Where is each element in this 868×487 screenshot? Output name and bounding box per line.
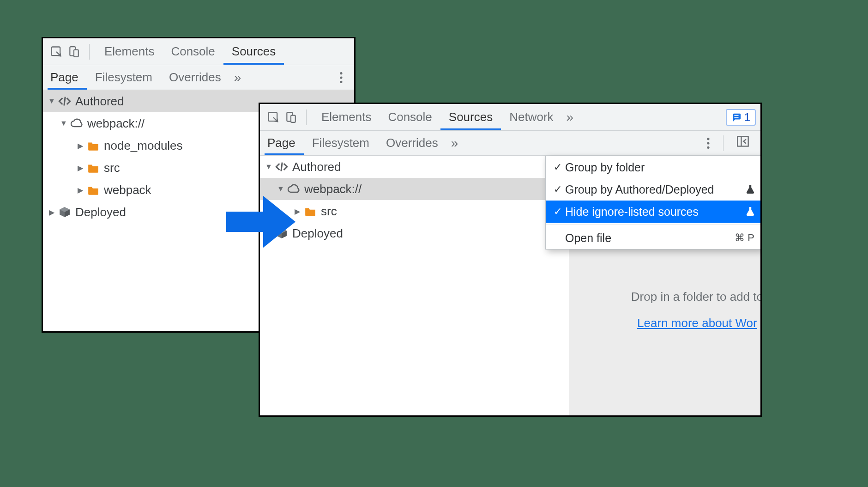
tree-label: webpack	[104, 183, 151, 197]
toolbar-divider	[89, 44, 90, 60]
tree-label: src	[104, 161, 120, 175]
svg-point-5	[340, 80, 342, 83]
main-toolbar: Elements Console Sources	[43, 38, 354, 65]
tab-sources[interactable]: Sources	[223, 38, 284, 65]
cube-icon	[57, 206, 72, 218]
device-toggle-icon[interactable]	[282, 109, 300, 126]
subtab-filesystem[interactable]: Filesystem	[87, 65, 161, 90]
code-icon	[274, 161, 289, 172]
menu-group-by-authored[interactable]: ✓ Group by Authored/Deployed	[546, 178, 762, 201]
tree-label: src	[321, 204, 337, 219]
check-icon: ✓	[551, 183, 564, 195]
more-subtabs-icon[interactable]: »	[229, 70, 246, 85]
tree-label: Deployed	[75, 205, 126, 219]
tab-console[interactable]: Console	[163, 38, 223, 65]
svg-line-17	[281, 163, 282, 171]
tree-label: webpack://	[87, 116, 145, 131]
collapse-sidebar-icon[interactable]	[730, 135, 756, 151]
menu-label: Hide ignore-listed sources	[564, 205, 742, 219]
check-icon: ✓	[551, 206, 564, 218]
tree-webpack[interactable]: webpack://	[260, 178, 569, 200]
folder-icon	[85, 140, 101, 151]
menu-open-file[interactable]: Open file ⌘ P	[546, 227, 762, 249]
tree-src[interactable]: src	[260, 200, 569, 222]
svg-rect-11	[734, 117, 738, 118]
svg-line-6	[64, 97, 65, 106]
flask-icon	[746, 183, 754, 196]
subtab-page[interactable]: Page	[265, 131, 304, 155]
main-toolbar: Elements Console Sources Network » 1	[260, 104, 760, 131]
svg-point-4	[340, 76, 342, 79]
svg-point-13	[707, 142, 709, 144]
folder-icon	[85, 163, 101, 173]
more-subtabs-icon[interactable]: »	[446, 136, 463, 151]
tree-label: webpack://	[304, 182, 362, 196]
more-tabs-icon[interactable]: »	[562, 110, 579, 125]
tab-elements[interactable]: Elements	[96, 38, 163, 65]
sources-subtabs: Page Filesystem Overrides »	[43, 65, 354, 90]
tree-authored[interactable]: Authored	[260, 156, 569, 178]
subtab-filesystem[interactable]: Filesystem	[304, 131, 378, 155]
chat-icon	[731, 112, 741, 122]
shortcut-label: ⌘ P	[735, 232, 754, 244]
menu-label: Group by Authored/Deployed	[564, 183, 742, 196]
subtab-overrides[interactable]: Overrides	[161, 65, 229, 90]
menu-label: Group by folder	[564, 161, 754, 174]
tree-label: Authored	[292, 160, 341, 174]
menu-group-by-folder[interactable]: ✓ Group by folder	[546, 156, 762, 178]
subtab-overrides[interactable]: Overrides	[378, 131, 446, 155]
tab-network[interactable]: Network	[501, 104, 561, 130]
more-options-icon[interactable]	[700, 137, 717, 150]
issues-count: 1	[744, 111, 750, 124]
menu-label: Open file	[564, 231, 735, 245]
svg-rect-10	[734, 115, 738, 116]
toolbar-divider	[306, 110, 307, 125]
svg-rect-9	[291, 115, 295, 122]
tab-sources[interactable]: Sources	[440, 104, 501, 130]
svg-point-3	[340, 72, 342, 74]
file-tree: Authored webpack:// src	[260, 156, 760, 415]
inspect-element-icon[interactable]	[265, 109, 282, 126]
workspace-hint: Drop in a folder to add to Learn more ab…	[617, 290, 762, 330]
more-options-icon[interactable]	[333, 71, 350, 84]
subtab-page[interactable]: Page	[48, 65, 87, 90]
inspect-element-icon[interactable]	[48, 43, 65, 61]
sources-subtabs: Page Filesystem Overrides »	[260, 131, 760, 156]
svg-point-12	[707, 138, 709, 140]
tab-elements[interactable]: Elements	[313, 104, 380, 130]
tree-deployed[interactable]: Deployed	[260, 222, 569, 244]
flask-icon	[746, 205, 754, 219]
check-icon: ✓	[551, 161, 564, 173]
menu-separator	[546, 225, 762, 225]
devtools-panel-after: Elements Console Sources Network » 1 Pag…	[259, 103, 762, 417]
tree-label: Authored	[75, 94, 124, 109]
transition-arrow-icon	[222, 189, 300, 256]
toolbar-divider	[723, 135, 723, 151]
menu-hide-ignore-listed[interactable]: ✓ Hide ignore-listed sources	[546, 201, 762, 223]
svg-rect-2	[74, 49, 78, 56]
folder-icon	[302, 206, 318, 216]
context-menu: ✓ Group by folder ✓ Group by Authored/De…	[545, 156, 762, 250]
svg-point-14	[707, 146, 709, 148]
device-toggle-icon[interactable]	[65, 43, 83, 61]
hint-text: Drop in a folder to add to	[631, 290, 762, 304]
learn-more-link[interactable]: Learn more about Wor	[637, 316, 757, 330]
cloud-icon	[69, 118, 84, 128]
code-icon	[57, 96, 72, 107]
tree-label: node_modules	[104, 139, 183, 153]
tab-console[interactable]: Console	[380, 104, 440, 130]
issues-badge[interactable]: 1	[726, 109, 756, 126]
folder-icon	[85, 185, 101, 195]
